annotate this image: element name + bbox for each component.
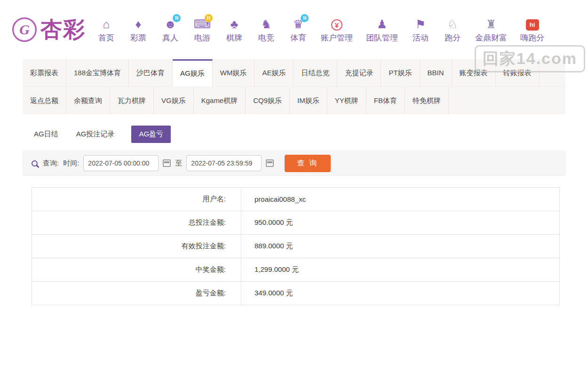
coin-icon: ¥ <box>331 19 342 31</box>
tab-ae-entertainment[interactable]: AE娱乐 <box>254 59 294 87</box>
nav-item-label: 金鼎财富 <box>475 32 507 43</box>
tab-vg-entertainment[interactable]: VG娱乐 <box>154 87 194 114</box>
nav-item-label: 真人 <box>161 32 180 43</box>
tab-cq9-entertainment[interactable]: CQ9娱乐 <box>246 87 290 114</box>
nav-item-esports[interactable]: ♞ 电竞 <box>257 16 276 43</box>
start-datetime-input[interactable] <box>83 155 159 171</box>
profit-loss-label: 盈亏金额: <box>32 282 241 305</box>
treasure-icon: ♜ <box>475 16 507 32</box>
hot-badge: H <box>205 14 213 22</box>
nav-item-paofen[interactable]: ♘ 跑分 <box>443 16 462 43</box>
tab-daily-summary[interactable]: 日结总览 <box>294 59 337 87</box>
win-amount-value: 1,299.0000 元 <box>241 258 560 282</box>
tab-kgame-chess[interactable]: Kgame棋牌 <box>194 87 246 114</box>
nav-item-team-management[interactable]: ♟ 团队管理 <box>366 16 398 43</box>
tab-lottery-report[interactable]: 彩票报表 <box>23 59 66 87</box>
activity-flag-icon: ⚑ <box>411 16 430 32</box>
query-button[interactable]: 查 询 <box>285 155 330 172</box>
nav-item-label: 首页 <box>97 32 116 43</box>
tab-im-entertainment[interactable]: IM娱乐 <box>290 87 327 114</box>
home-icon: ⌂ <box>97 16 116 32</box>
tab-balance-query[interactable]: 余额查询 <box>66 87 110 114</box>
nav-item-label: 体育 <box>289 32 308 43</box>
nav-item-egames[interactable]: H ⌨ 电游 <box>193 16 212 43</box>
subtab-ag-daily[interactable]: AG日结 <box>33 126 59 143</box>
tab-yy-chess[interactable]: YY棋牌 <box>327 87 366 114</box>
brand-logo-text: 杏彩 <box>40 15 86 44</box>
tab-wm-entertainment[interactable]: WM娱乐 <box>213 59 255 87</box>
nav-item-label: 彩票 <box>129 32 148 43</box>
team-icon: ♟ <box>366 16 398 32</box>
tab-fb-sports[interactable]: FB体育 <box>366 87 405 114</box>
table-row: 盈亏金额: 349.0000 元 <box>32 282 560 305</box>
nav-item-lottery[interactable]: ♦ 彩票 <box>129 16 148 43</box>
end-datetime-input[interactable] <box>186 155 262 171</box>
nav-item-chess[interactable]: ♣ 棋牌 <box>225 16 244 43</box>
nav-item-hi-paofen[interactable]: hi 嗨跑分 <box>520 17 544 43</box>
nav-item-label: 账户管理 <box>321 32 353 43</box>
new-badge: N <box>301 14 309 22</box>
nav-item-label: 电竞 <box>257 32 276 43</box>
subtab-ag-bet-records[interactable]: AG投注记录 <box>75 126 116 143</box>
nav-item-live[interactable]: N ☻ 真人 <box>161 16 180 43</box>
subtab-ag-profit[interactable]: AG盈亏 <box>131 126 171 143</box>
profit-loss-value: 349.0000 元 <box>241 282 560 305</box>
brand-logo[interactable]: G 杏彩 <box>12 15 86 44</box>
nav-item-label: 团队管理 <box>366 32 398 43</box>
table-row: 用户名: proaicai0088_xc <box>32 188 560 211</box>
search-icon <box>32 160 38 166</box>
ag-profit-table: 用户名: proaicai0088_xc 总投注金额: 950.0000 元 有… <box>32 187 560 305</box>
nav-item-label: 嗨跑分 <box>520 32 544 43</box>
nav-item-label: 跑分 <box>443 32 462 43</box>
chess-cards-icon: ♣ <box>225 16 244 32</box>
report-tabs-row-2: 返点总额 余额查询 瓦力棋牌 VG娱乐 Kgame棋牌 CQ9娱乐 IM娱乐 Y… <box>23 87 565 114</box>
nav-item-label: 电游 <box>193 32 212 43</box>
username-label: 用户名: <box>32 188 241 211</box>
table-row: 总投注金额: 950.0000 元 <box>32 211 560 235</box>
tab-deposit-withdraw-records[interactable]: 充提记录 <box>337 59 381 87</box>
nav-item-jinding-wealth[interactable]: ♜ 金鼎财富 <box>475 16 507 43</box>
new-badge: N <box>173 14 181 22</box>
nav-item-sports[interactable]: N ♛ 体育 <box>289 16 308 43</box>
calendar-icon[interactable] <box>163 159 171 167</box>
rhino-icon: ♘ <box>443 16 462 32</box>
nav-item-activity[interactable]: ⚑ 活动 <box>411 16 430 43</box>
table-row: 中奖金额: 1,299.0000 元 <box>32 258 560 282</box>
brand-logo-icon: G <box>12 17 37 42</box>
tab-bbin[interactable]: BBIN <box>420 59 452 87</box>
nav-item-home[interactable]: ⌂ 首页 <box>97 16 116 43</box>
table-row: 有效投注金额: 889.0000 元 <box>32 235 560 258</box>
nav-item-account-management[interactable]: ¥ 账户管理 <box>321 17 353 43</box>
nav-item-label: 棋牌 <box>225 32 244 43</box>
site-watermark: 回家14.com <box>475 45 585 72</box>
valid-bet-value: 889.0000 元 <box>241 235 560 258</box>
tab-ag-entertainment[interactable]: AG娱乐 <box>173 59 213 87</box>
tab-rebate-total[interactable]: 返点总额 <box>23 87 66 114</box>
hi-icon: hi <box>526 19 539 31</box>
total-bet-value: 950.0000 元 <box>241 211 560 235</box>
lottery-icon: ♦ <box>129 16 148 32</box>
valid-bet-label: 有效投注金额: <box>32 235 241 258</box>
query-label: 查询: <box>43 159 59 168</box>
query-bar: 查询: 时间: 至 查 询 <box>23 150 565 176</box>
ag-subtabs: AG日结 AG投注记录 AG盈亏 <box>33 126 565 143</box>
tab-shaba-sports[interactable]: 沙巴体育 <box>129 59 173 87</box>
top-navigation: ⌂ 首页 ♦ 彩票 N ☻ 真人 H ⌨ 电游 ♣ 棋牌 ♞ 电竞 N ♛ 体育 <box>97 16 544 43</box>
time-label: 时间: <box>63 159 79 168</box>
tab-pt-entertainment[interactable]: PT娱乐 <box>381 59 420 87</box>
header: G 杏彩 ⌂ 首页 ♦ 彩票 N ☻ 真人 H ⌨ 电游 ♣ 棋牌 ♞ 电竞 <box>0 0 588 59</box>
to-label: 至 <box>175 159 182 168</box>
win-amount-label: 中奖金额: <box>32 258 241 282</box>
tab-temian-chess[interactable]: 特免棋牌 <box>405 87 449 114</box>
tab-wali-chess[interactable]: 瓦力棋牌 <box>110 87 154 114</box>
tab-188jinbaobo-sports[interactable]: 188金宝博体育 <box>66 59 129 87</box>
esports-icon: ♞ <box>257 16 276 32</box>
username-value: proaicai0088_xc <box>241 188 560 211</box>
total-bet-label: 总投注金额: <box>32 211 241 235</box>
calendar-icon[interactable] <box>266 159 274 167</box>
nav-item-label: 活动 <box>411 32 430 43</box>
